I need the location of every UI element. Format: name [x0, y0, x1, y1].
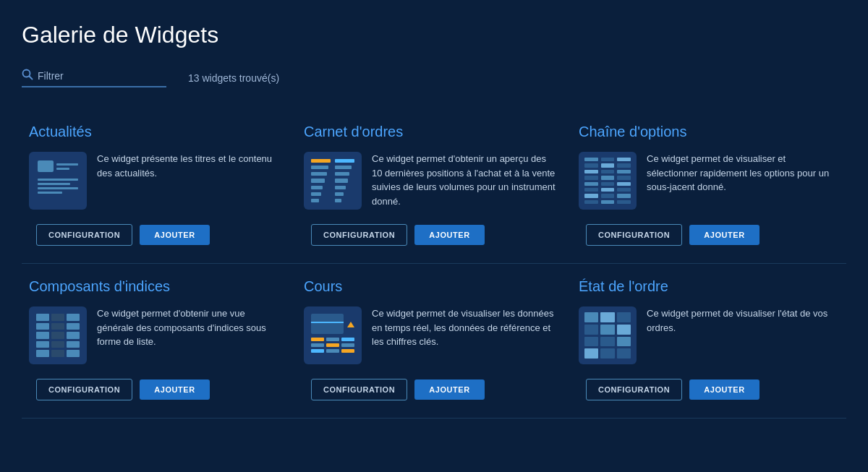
widget-card-composants-indices: Composants d'indices Ce widget permet d'… [22, 264, 297, 419]
widget-icon-chaine-options [579, 152, 637, 210]
widget-icon-graphic [29, 306, 87, 364]
widget-description-carnet-ordres: Ce widget permet d'obtenir un aperçu des… [372, 152, 557, 208]
widget-card-etat-ordre: État de l'ordre Ce widget permet de visu… [571, 264, 846, 419]
page-container: Galerie de Widgets 13 widgets trouvé(s) … [0, 0, 868, 433]
widget-icon-graphic [304, 152, 362, 210]
widget-title-cours: Cours [304, 278, 557, 295]
config-button-carnet-ordres[interactable]: CONFIGURATION [311, 224, 407, 246]
search-input[interactable] [38, 70, 166, 82]
add-button-etat-ordre[interactable]: AJOUTER [689, 379, 759, 400]
config-button-chaine-options[interactable]: CONFIGURATION [586, 224, 682, 246]
widget-description-cours: Ce widget permet de visualiser les donné… [372, 306, 557, 349]
config-button-composants-indices[interactable]: CONFIGURATION [36, 379, 132, 400]
widget-card-cours: Cours [297, 264, 571, 419]
widget-title-chaine-options: Chaîne d'options [579, 124, 832, 140]
widget-description-chaine-options: Ce widget permet de visualiser et sélect… [647, 152, 832, 194]
widget-actions-carnet-ordres: CONFIGURATION AJOUTER [311, 224, 557, 246]
add-button-actualites[interactable]: AJOUTER [140, 225, 209, 245]
config-button-actualites[interactable]: CONFIGURATION [36, 224, 132, 246]
widget-title-etat-ordre: État de l'ordre [579, 278, 832, 295]
search-bar: 13 widgets trouvé(s) [22, 69, 846, 87]
widget-content-chaine-options: Ce widget permet de visualiser et sélect… [579, 152, 832, 210]
widget-icon-carnet-ordres [304, 152, 362, 210]
widget-description-actualites: Ce widget présente les titres et le cont… [97, 152, 282, 180]
widget-card-chaine-options: Chaîne d'options [571, 109, 846, 264]
widgets-grid: Actualités [22, 109, 846, 419]
widget-description-composants-indices: Ce widget permet d'obtenir une vue génér… [97, 306, 282, 349]
widget-actions-etat-ordre: CONFIGURATION AJOUTER [586, 379, 832, 400]
widget-icon-actualites [29, 152, 87, 210]
widget-icon-graphic [579, 152, 637, 210]
add-button-composants-indices[interactable]: AJOUTER [140, 379, 209, 400]
add-button-cours[interactable]: AJOUTER [414, 379, 484, 400]
widget-actions-cours: CONFIGURATION AJOUTER [311, 379, 557, 400]
config-button-etat-ordre[interactable]: CONFIGURATION [586, 379, 682, 400]
widget-card-actualites: Actualités [22, 109, 297, 264]
widget-icon-cours [304, 306, 362, 364]
result-count: 13 widgets trouvé(s) [188, 72, 279, 84]
widget-icon-graphic [304, 306, 362, 364]
widget-content-carnet-ordres: Ce widget permet d'obtenir un aperçu des… [304, 152, 557, 210]
add-button-carnet-ordres[interactable]: AJOUTER [414, 225, 484, 245]
config-button-cours[interactable]: CONFIGURATION [311, 379, 407, 400]
widget-content-actualites: Ce widget présente les titres et le cont… [29, 152, 282, 210]
widget-content-etat-ordre: Ce widget permet de visualiser l'état de… [579, 306, 832, 364]
widget-content-cours: Ce widget permet de visualiser les donné… [304, 306, 557, 364]
widget-card-carnet-ordres: Carnet d'ordres [297, 109, 571, 264]
widget-icon-etat-ordre [579, 306, 637, 364]
svg-line-1 [30, 77, 33, 80]
widget-icon-graphic [29, 152, 87, 210]
widget-title-carnet-ordres: Carnet d'ordres [304, 124, 557, 140]
widget-icon-graphic [579, 306, 637, 364]
widget-title-composants-indices: Composants d'indices [29, 278, 282, 295]
widget-content-composants-indices: Ce widget permet d'obtenir une vue génér… [29, 306, 282, 364]
widget-icon-composants-indices [29, 306, 87, 364]
widget-actions-composants-indices: CONFIGURATION AJOUTER [36, 379, 282, 400]
search-icon [22, 69, 33, 83]
widget-title-actualites: Actualités [29, 124, 282, 140]
add-button-chaine-options[interactable]: AJOUTER [689, 225, 759, 245]
widget-actions-chaine-options: CONFIGURATION AJOUTER [586, 224, 832, 246]
search-wrapper [22, 69, 166, 87]
widget-actions-actualites: CONFIGURATION AJOUTER [36, 224, 282, 246]
page-title: Galerie de Widgets [22, 22, 846, 48]
widget-description-etat-ordre: Ce widget permet de visualiser l'état de… [647, 306, 832, 335]
